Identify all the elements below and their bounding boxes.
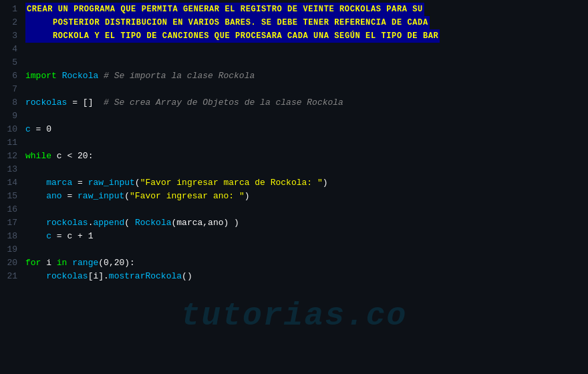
code-line: 9 (0, 110, 588, 123)
line-content: for i in range(0,20): (25, 256, 588, 270)
code-line: 10 c = 0 (0, 123, 588, 136)
line-number: 3 (0, 29, 25, 43)
code-editor: 1 CREAR UN PROGRAMA QUE PERMITA GENERAR … (0, 0, 588, 374)
code-line: 19 (0, 243, 588, 256)
line-number: 2 (0, 16, 25, 29)
line-number: 12 (0, 150, 25, 163)
code-line: 16 (0, 203, 588, 216)
code-line: 6 import Rockola # Se importa la clase R… (0, 69, 588, 83)
line-number: 15 (0, 190, 25, 203)
watermark: tutorias.co (181, 298, 408, 334)
line-number: 20 (0, 256, 25, 270)
line-number: 9 (0, 110, 25, 123)
code-line: 8 rockolas = [] # Se crea Array de Objet… (0, 96, 588, 110)
line-content: c = c + 1 (25, 230, 588, 243)
line-number: 7 (0, 83, 25, 96)
line-content: rockolas[i].mostrarRockola() (25, 270, 588, 283)
line-number: 11 (0, 136, 25, 150)
line-number: 14 (0, 176, 25, 190)
line-content: import Rockola # Se importa la clase Roc… (25, 69, 588, 83)
code-line: 13 (0, 163, 588, 176)
code-line: 2 POSTERIOR DISTRIBUCION EN VARIOS BARES… (0, 16, 588, 29)
line-number: 10 (0, 123, 25, 136)
code-line: 7 (0, 83, 588, 96)
code-area: 1 CREAR UN PROGRAMA QUE PERMITA GENERAR … (0, 0, 588, 283)
code-line: 12 while c < 20: (0, 150, 588, 163)
line-number: 18 (0, 230, 25, 243)
line-content: rockolas.append( Rockola(marca,ano) ) (25, 216, 588, 230)
line-content: marca = raw_input("Favor ingresar marca … (25, 176, 588, 190)
code-line: 3 ROCKOLA Y EL TIPO DE CANCIONES QUE PRO… (0, 29, 588, 43)
line-number: 1 (0, 3, 25, 16)
line-content: ano = raw_input("Favor ingresar ano: ") (25, 190, 588, 203)
line-content: rockolas = [] # Se crea Array de Objetos… (25, 96, 588, 110)
line-number: 19 (0, 243, 25, 256)
code-line: 20 for i in range(0,20): (0, 256, 588, 270)
code-line: 4 (0, 43, 588, 56)
code-line: 15 ano = raw_input("Favor ingresar ano: … (0, 190, 588, 203)
line-number: 5 (0, 56, 25, 69)
line-content: CREAR UN PROGRAMA QUE PERMITA GENERAR EL… (25, 3, 588, 16)
code-line: 18 c = c + 1 (0, 230, 588, 243)
line-number: 13 (0, 163, 25, 176)
code-line: 11 (0, 136, 588, 150)
line-content: ROCKOLA Y EL TIPO DE CANCIONES QUE PROCE… (25, 29, 588, 43)
line-number: 4 (0, 43, 25, 56)
code-line: 5 (0, 56, 588, 69)
code-line: 14 marca = raw_input("Favor ingresar mar… (0, 176, 588, 190)
line-number: 8 (0, 96, 25, 110)
code-line: 21 rockolas[i].mostrarRockola() (0, 270, 588, 283)
line-number: 6 (0, 69, 25, 83)
code-line: 17 rockolas.append( Rockola(marca,ano) ) (0, 216, 588, 230)
line-content: c = 0 (25, 123, 588, 136)
line-number: 21 (0, 270, 25, 283)
line-content: while c < 20: (25, 150, 588, 163)
line-content: POSTERIOR DISTRIBUCION EN VARIOS BARES. … (25, 16, 588, 29)
line-number: 16 (0, 203, 25, 216)
line-number: 17 (0, 216, 25, 230)
code-line: 1 CREAR UN PROGRAMA QUE PERMITA GENERAR … (0, 3, 588, 16)
